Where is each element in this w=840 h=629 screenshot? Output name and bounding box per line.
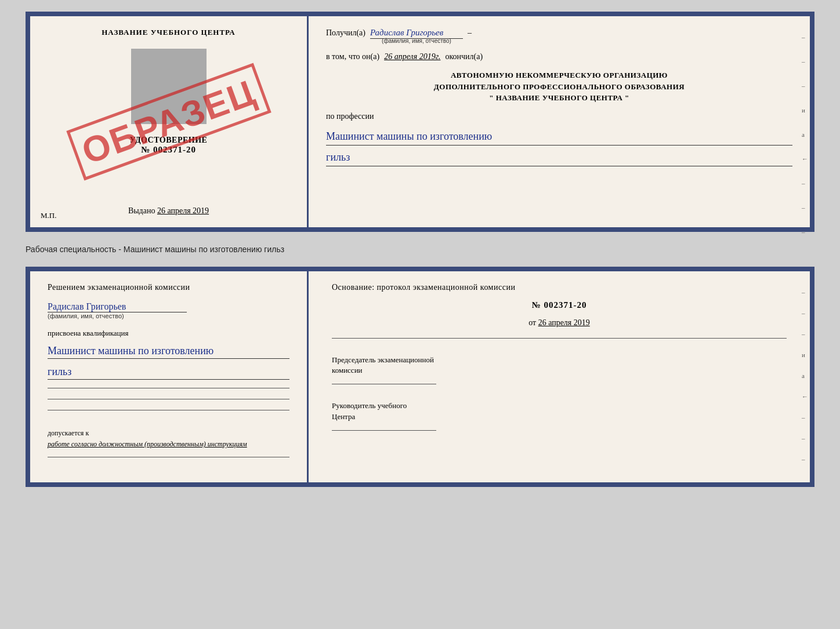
top-certificate: НАЗВАНИЕ УЧЕБНОГО ЦЕНТРА УДОСТОВЕРЕНИЕ №… — [26, 12, 814, 232]
bottom-certificate: Решением экзаменационной комиссии Радисл… — [26, 267, 814, 487]
chairman-label2: комиссии — [332, 366, 363, 375]
blank-line2 — [48, 399, 289, 399]
director-label1: Руководитель учебного — [332, 401, 407, 410]
top-cert-right: Получил(а) Радислав Григорьев (фамилия, … — [309, 16, 810, 227]
completed-date: 26 апреля 2019г. — [384, 52, 440, 61]
top-cert-title: НАЗВАНИЕ УЧЕБНОГО ЦЕНТРА — [102, 28, 236, 37]
issued-date: 26 апреля 2019 — [157, 206, 209, 215]
cert-doc-title: УДОСТОВЕРЕНИЕ — [130, 136, 208, 145]
decision-text: Решением экзаменационной комиссии — [48, 283, 289, 292]
photo-placeholder — [131, 49, 207, 124]
recipient-line: Получил(а) Радислав Григорьев (фамилия, … — [326, 28, 792, 44]
org-block: АВТОНОМНУЮ НЕКОММЕРЧЕСКУЮ ОРГАНИЗАЦИЮ ДО… — [326, 70, 792, 104]
separator-label: Рабочая специальность - Машинист машины … — [26, 242, 814, 256]
director-block: Руководитель учебного Центра — [332, 401, 787, 432]
profession-block2: гильз — [326, 150, 792, 166]
protocol-number: № 002371-20 — [332, 300, 787, 310]
director-sig-line — [332, 430, 436, 431]
allow-block: допускается к работе согласно должностны… — [48, 423, 289, 449]
blank-line4 — [48, 457, 289, 457]
org-line2: ДОПОЛНИТЕЛЬНОГО ПРОФЕССИОНАЛЬНОГО ОБРАЗО… — [326, 81, 792, 93]
dash1: – — [468, 28, 472, 38]
org-line1: АВТОНОМНУЮ НЕКОММЕРЧЕСКУЮ ОРГАНИЗАЦИЮ — [326, 70, 792, 81]
cert-doc-number: № 002371-20 — [141, 145, 196, 155]
qualification-text: Машинист машины по изготовлению — [48, 344, 289, 359]
completed-line: в том, что он(а) 26 апреля 2019г. окончи… — [326, 52, 792, 61]
issued-label: Выдано — [128, 206, 155, 215]
profession-block: Машинист машины по изготовлению — [326, 129, 792, 146]
person-block: Радислав Григорьев (фамилия, имя, отчест… — [48, 301, 289, 319]
received-label: Получил(а) — [326, 28, 365, 38]
person-sub: (фамилия, имя, отчество) — [48, 312, 124, 319]
profession-prefix: по профессии — [326, 112, 792, 121]
allow-text: работе согласно должностным (производств… — [48, 440, 247, 449]
chairman-label1: Председатель экзаменационной — [332, 355, 434, 364]
bottom-cert-right: Основание: протокол экзаменационной коми… — [309, 271, 810, 482]
chairman-sig-line — [332, 384, 436, 384]
completed-suffix: окончил(а) — [445, 52, 483, 61]
bottom-right-edge-marks: – – – и а ← – – – — [802, 289, 810, 463]
recipient-sub: (фамилия, имя, отчество) — [382, 38, 451, 44]
qualification-prefix: присвоена квалификация — [48, 329, 289, 338]
cert-issued: Выдано 26 апреля 2019 — [128, 201, 209, 216]
protocol-date-line: от 26 апреля 2019 — [332, 318, 787, 328]
mp-label: М.П. — [41, 211, 56, 220]
chairman-block: Председатель экзаменационной комиссии — [332, 355, 787, 387]
org-line3: " НАЗВАНИЕ УЧЕБНОГО ЦЕНТРА " — [326, 92, 792, 104]
allow-prefix: допускается к — [48, 429, 89, 438]
director-label: Руководитель учебного Центра — [332, 401, 787, 421]
protocol-date: 26 апреля 2019 — [538, 318, 590, 327]
person-name: Радислав Григорьев — [48, 301, 187, 312]
separator-line1 — [332, 338, 787, 339]
profession-text2: гильз — [326, 151, 350, 163]
blank-line3 — [48, 410, 289, 410]
blank-line1 — [48, 388, 289, 388]
bottom-cert-left: Решением экзаменационной комиссии Радисл… — [30, 271, 309, 482]
right-edge-marks: – – – и а ← – – – — [802, 34, 810, 235]
top-cert-left: НАЗВАНИЕ УЧЕБНОГО ЦЕНТРА УДОСТОВЕРЕНИЕ №… — [30, 16, 309, 227]
basis-label: Основание: протокол экзаменационной коми… — [332, 283, 787, 292]
date-prefix: от — [528, 318, 536, 327]
director-label2: Центра — [332, 412, 355, 421]
qualification-text2: гильз — [48, 365, 289, 380]
completed-prefix: в том, что он(а) — [326, 52, 379, 61]
profession-text: Машинист машины по изготовлению — [326, 130, 492, 142]
chairman-label: Председатель экзаменационной комиссии — [332, 355, 787, 376]
